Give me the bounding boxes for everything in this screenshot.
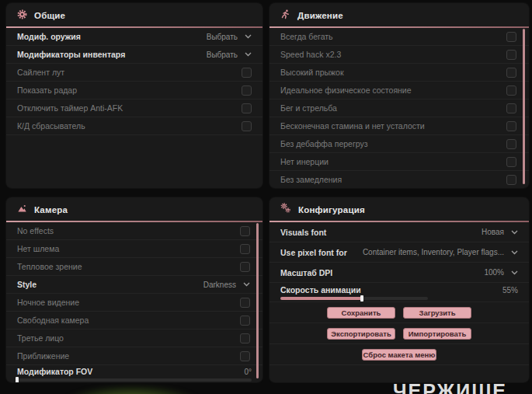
select-value: Выбрать — [207, 33, 238, 41]
row-no-inertia[interactable]: Нет инерции — [269, 153, 529, 171]
infinite-stamina-checkbox[interactable] — [506, 121, 516, 131]
row-always-run[interactable]: Всегда бегать — [269, 28, 529, 46]
row-animation-speed: Скорость анимации 55% — [269, 283, 529, 302]
select-value: Container items, Inventory, Player flags… — [363, 248, 504, 256]
style-select[interactable]: Darkness — [203, 281, 250, 289]
row-inventory-mods[interactable]: Модификаторы инвентаря Выбрать — [6, 46, 263, 64]
row-thermal-vision[interactable]: Тепловое зрение — [6, 258, 263, 276]
panel-camera-header: Камера — [6, 197, 263, 221]
perfect-condition-checkbox[interactable] — [506, 85, 516, 96]
row-high-jump[interactable]: Высокий прыжок — [269, 64, 529, 82]
row-cd-reset[interactable]: К/Д сбрасыватель — [6, 117, 263, 135]
fov-slider-handle[interactable] — [16, 377, 19, 382]
row-label: Use pixel font for — [280, 248, 347, 257]
screen: ЧЕРЖИШЕ Общие Модиф. оружия Выбрать Моди… — [0, 0, 532, 394]
row-no-helmet[interactable]: Нет шлема — [6, 240, 263, 258]
row-anti-afk[interactable]: Отключить таймер Anti-AFK — [6, 99, 263, 117]
free-camera-checkbox[interactable] — [240, 316, 250, 326]
animation-speed-slider[interactable] — [280, 297, 428, 300]
row-zoom[interactable]: Приближение — [6, 347, 263, 365]
run-and-shoot-checkbox[interactable] — [506, 103, 516, 113]
row-label: No effects — [17, 226, 54, 235]
row-label: Масштаб DPI — [280, 268, 332, 277]
row-speed-hack[interactable]: Speed hack x2.3 — [269, 46, 529, 64]
no-helmet-checkbox[interactable] — [240, 244, 250, 254]
row-perfect-condition[interactable]: Идеальное физическое состояние — [269, 82, 529, 99]
row-label: Всегда бегать — [280, 32, 333, 41]
import-button[interactable]: Импортировать — [403, 328, 471, 340]
row-night-vision[interactable]: Ночное видение — [6, 294, 263, 312]
panel-general: Общие Модиф. оружия Выбрать Модификаторы… — [6, 3, 263, 188]
dpi-scale-select[interactable]: 100% — [484, 268, 518, 277]
row-label: Модификатор FOV — [17, 367, 92, 376]
row-style[interactable]: Style Darkness — [6, 276, 263, 294]
row-third-person[interactable]: Третье лицо — [6, 329, 263, 347]
config-buttons-row-3: Сброс макета меню — [269, 344, 529, 365]
row-label: Ночное видение — [17, 298, 79, 307]
third-person-checkbox[interactable] — [240, 333, 250, 343]
zoom-checkbox[interactable] — [240, 351, 250, 361]
always-run-checkbox[interactable] — [506, 32, 516, 42]
load-button[interactable]: Загрузить — [403, 307, 471, 319]
animation-speed-handle[interactable] — [360, 295, 363, 302]
row-no-overload-debuff[interactable]: Без дебаффа перегруз — [269, 135, 529, 153]
speed-hack-checkbox[interactable] — [506, 50, 516, 60]
cd-reset-checkbox[interactable] — [242, 121, 252, 131]
chevron-down-icon — [245, 34, 252, 39]
row-dpi-scale[interactable]: Масштаб DPI 100% — [269, 263, 529, 283]
row-show-radar[interactable]: Показать радар — [6, 82, 263, 99]
row-run-and-shoot[interactable]: Бег и стрельба — [269, 99, 529, 117]
silent-loot-checkbox[interactable] — [242, 68, 252, 78]
row-no-slowdown[interactable]: Без замедления — [269, 171, 529, 188]
high-jump-checkbox[interactable] — [506, 68, 516, 78]
reset-menu-layout-button[interactable]: Сброс макета меню — [362, 349, 436, 361]
select-value: Выбрать — [207, 51, 238, 59]
row-label: Модиф. оружия — [17, 32, 81, 41]
row-no-effects[interactable]: No effects — [6, 222, 263, 240]
gears-icon — [280, 203, 291, 217]
row-label: Бег и стрельба — [280, 103, 337, 113]
row-visuals-font[interactable]: Visuals font Новая — [269, 222, 529, 242]
no-inertia-checkbox[interactable] — [506, 157, 516, 167]
row-weapon-mod[interactable]: Модиф. оружия Выбрать — [6, 28, 263, 46]
fov-slider[interactable] — [17, 378, 252, 382]
row-label: Style — [17, 280, 37, 289]
row-pixel-font[interactable]: Use pixel font for Container items, Inve… — [269, 242, 529, 263]
anti-afk-checkbox[interactable] — [242, 103, 252, 113]
panel-camera-title: Камера — [34, 205, 68, 214]
chevron-down-icon — [511, 230, 518, 235]
panel-general-title: Общие — [34, 11, 65, 20]
no-overload-debuff-checkbox[interactable] — [506, 139, 516, 149]
movement-scrollbar[interactable] — [523, 29, 525, 184]
weapon-mod-select[interactable]: Выбрать — [207, 33, 252, 41]
row-label: Третье лицо — [17, 333, 64, 343]
no-effects-checkbox[interactable] — [240, 226, 250, 236]
show-radar-checkbox[interactable] — [242, 85, 252, 96]
inventory-mods-select[interactable]: Выбрать — [207, 51, 252, 59]
row-infinite-stamina[interactable]: Бесконечная стамина и нет усталости — [269, 117, 529, 135]
panel-config-title: Конфигурация — [298, 205, 365, 214]
pixel-font-select[interactable]: Container items, Inventory, Player flags… — [363, 248, 518, 256]
panel-general-header: Общие — [6, 3, 263, 26]
row-label: Бесконечная стамина и нет усталости — [280, 121, 425, 131]
row-label: Модификаторы инвентаря — [17, 50, 125, 59]
panel-movement: Движение Всегда бегать Speed hack x2.3 В… — [269, 3, 529, 188]
row-label: Без замедления — [280, 175, 342, 184]
select-value: Darkness — [203, 281, 236, 289]
row-label: Идеальное физическое состояние — [280, 85, 412, 95]
save-button[interactable]: Сохранить — [327, 307, 395, 319]
export-button[interactable]: Экспортировать — [327, 328, 395, 340]
chevron-down-icon — [511, 250, 518, 255]
row-silent-loot[interactable]: Сайлент лут — [6, 64, 263, 82]
row-label: К/Д сбрасыватель — [17, 121, 85, 131]
panel-movement-header: Движение — [269, 3, 529, 26]
camera-scrollbar[interactable] — [256, 223, 259, 378]
visuals-font-select[interactable]: Новая — [482, 228, 518, 236]
no-slowdown-checkbox[interactable] — [506, 175, 516, 185]
panel-movement-title: Движение — [297, 11, 343, 20]
panel-camera: Камера No effects Нет шлема Тепловое зре… — [6, 197, 263, 382]
row-label: Свободная камера — [17, 316, 89, 325]
thermal-vision-checkbox[interactable] — [240, 262, 250, 272]
night-vision-checkbox[interactable] — [240, 298, 250, 308]
row-free-camera[interactable]: Свободная камера — [6, 312, 263, 329]
